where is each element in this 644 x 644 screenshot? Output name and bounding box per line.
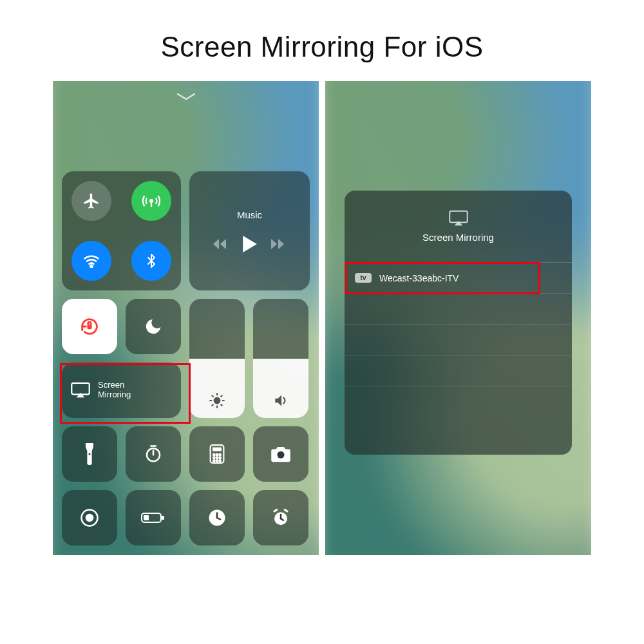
svg-point-15: [88, 453, 90, 455]
svg-point-30: [277, 451, 284, 459]
mirroring-card-title: Screen Mirroring: [422, 232, 494, 243]
phone-mirroring-picker: Screen Mirroring tv Wecast-33eabc-ITV: [325, 81, 591, 555]
low-power-button[interactable]: [126, 490, 181, 545]
phone-control-center: Music: [53, 81, 319, 555]
svg-point-25: [216, 457, 218, 459]
play-icon[interactable]: [243, 236, 257, 252]
svg-line-9: [221, 404, 222, 406]
camera-button[interactable]: [253, 426, 308, 482]
chevron-down-icon[interactable]: [175, 91, 197, 102]
volume-icon: [272, 392, 289, 409]
svg-point-24: [213, 457, 215, 459]
music-platter[interactable]: Music: [189, 171, 310, 290]
empty-row: [345, 386, 572, 417]
svg-rect-20: [213, 448, 222, 451]
svg-point-23: [219, 454, 221, 456]
brightness-slider[interactable]: [189, 299, 245, 418]
screen-mirroring-button[interactable]: Screen Mirroring: [62, 363, 181, 418]
airplay-icon: [449, 210, 468, 227]
do-not-disturb-toggle[interactable]: [126, 299, 181, 354]
clock-button[interactable]: [189, 490, 245, 545]
svg-rect-35: [144, 515, 149, 520]
wifi-toggle[interactable]: [71, 241, 111, 281]
empty-row: [345, 355, 572, 386]
empty-row: [345, 325, 572, 355]
svg-point-26: [219, 457, 221, 459]
airplay-icon: [71, 382, 90, 399]
svg-point-22: [216, 454, 218, 456]
mirroring-device-row[interactable]: tv Wecast-33eabc-ITV: [345, 263, 572, 294]
svg-point-29: [219, 460, 221, 462]
svg-point-21: [213, 454, 215, 456]
page-title: Screen Mirroring For iOS: [0, 31, 644, 63]
svg-point-28: [216, 460, 218, 462]
svg-line-12: [212, 404, 213, 406]
svg-line-43: [285, 510, 287, 512]
bluetooth-toggle[interactable]: [131, 241, 171, 281]
empty-row: [345, 294, 572, 325]
music-title: Music: [237, 209, 262, 220]
mirroring-label-1: Screen: [98, 381, 131, 390]
connectivity-platter[interactable]: [62, 171, 181, 290]
svg-rect-14: [86, 443, 93, 447]
screen-record-button[interactable]: [62, 490, 117, 545]
svg-point-5: [214, 398, 220, 404]
volume-slider[interactable]: [253, 299, 308, 418]
svg-point-32: [86, 515, 93, 521]
svg-rect-44: [450, 211, 468, 223]
appletv-badge-icon: tv: [355, 273, 372, 283]
mirroring-label-2: Mirroring: [98, 390, 131, 400]
svg-rect-4: [71, 383, 90, 395]
flashlight-button[interactable]: [62, 426, 117, 482]
svg-line-42: [274, 510, 277, 512]
svg-line-13: [221, 395, 222, 397]
calculator-button[interactable]: [189, 426, 245, 482]
orientation-lock-toggle[interactable]: [62, 299, 117, 354]
svg-line-8: [212, 395, 213, 397]
brightness-icon: [209, 392, 225, 409]
svg-rect-34: [162, 516, 164, 520]
alarm-button[interactable]: [253, 490, 308, 545]
airplane-mode-toggle[interactable]: [71, 181, 111, 221]
fast-forward-icon[interactable]: [271, 238, 287, 251]
svg-point-2: [91, 265, 93, 267]
screen-mirroring-card: Screen Mirroring tv Wecast-33eabc-ITV: [345, 191, 572, 455]
svg-point-27: [213, 460, 215, 462]
timer-button[interactable]: [126, 426, 181, 482]
mirroring-device-name: Wecast-33eabc-ITV: [379, 273, 459, 283]
cellular-data-toggle[interactable]: [131, 181, 171, 221]
rewind-icon[interactable]: [213, 238, 229, 251]
